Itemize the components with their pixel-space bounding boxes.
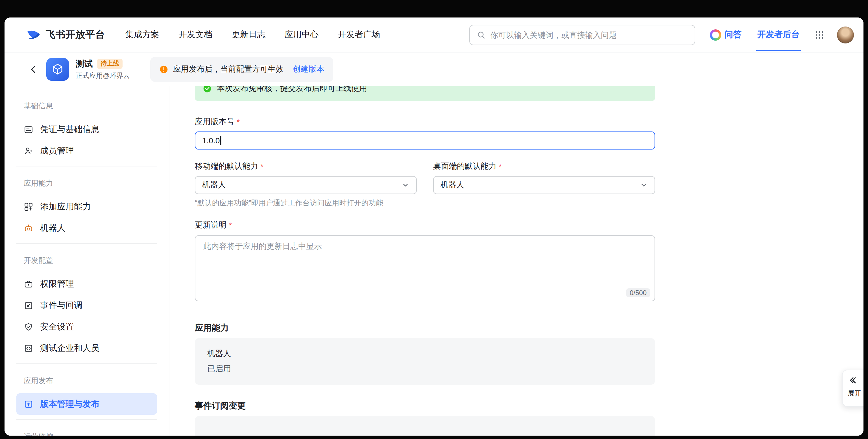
sidebar-item-label: 权限管理 — [40, 278, 74, 289]
sidebar-item-version-release[interactable]: 版本管理与发布 — [17, 393, 157, 415]
sidebar-item-label: 版本管理与发布 — [40, 399, 99, 409]
double-chevron-left-icon — [848, 376, 857, 385]
success-banner: 本次发布免审核，提交发布后即可上线使用 — [195, 86, 655, 101]
grid-icon — [814, 30, 825, 40]
status-badge: 待上线 — [97, 59, 123, 69]
desktop-capability-select[interactable]: 机器人 — [433, 176, 655, 194]
version-form: 本次发布免审核，提交发布后即可上线使用 应用版本号* 1.0.0 移动端的默认能… — [195, 86, 655, 436]
version-input-value: 1.0.0 — [202, 136, 220, 145]
required-marker: * — [237, 117, 240, 126]
brand-title: 飞书开放平台 — [46, 28, 105, 41]
sidebar-section-release: 应用发布 版本管理与发布 — [17, 363, 157, 415]
warning-icon — [159, 65, 168, 74]
sidebar-item-label: 成员管理 — [40, 145, 74, 156]
sidebar-item-label: 事件与回调 — [40, 300, 83, 311]
sidebar-item-add-capability[interactable]: 添加应用能力 — [17, 196, 157, 217]
sidebar-item-credentials[interactable]: 凭证与基础信息 — [17, 119, 157, 140]
nav-item-docs[interactable]: 开发文档 — [179, 29, 212, 40]
qa-entry[interactable]: 问答 — [710, 29, 742, 40]
security-shield-icon — [24, 322, 33, 332]
expand-panel-toggle[interactable]: 展开 — [842, 370, 864, 407]
nav-item-dev-plaza[interactable]: 开发者广场 — [338, 29, 380, 40]
events-panel — [195, 416, 655, 436]
sidebar-item-test-org[interactable]: 测试企业和人员 — [17, 337, 157, 359]
text-caret — [220, 136, 221, 145]
permission-icon — [24, 279, 33, 289]
sidebar-item-permissions[interactable]: 权限管理 — [17, 273, 157, 295]
chevron-down-icon — [640, 181, 648, 189]
top-header: 飞书开放平台 集成方案 开发文档 更新日志 应用中心 开发者广场 问答 — [4, 18, 864, 53]
sidebar-item-label: 机器人 — [40, 223, 65, 233]
sidebar-section-capability: 应用能力 添加应用能力 — [17, 166, 157, 239]
sidebar-section-title: 应用能力 — [17, 171, 157, 196]
sidebar-section-dev-config: 开发配置 权限管理 事件与回调 — [17, 243, 157, 359]
sidebar-item-label: 凭证与基础信息 — [40, 124, 99, 135]
changelog-label: 更新说明* — [195, 220, 655, 231]
main-content: 本次发布免审核，提交发布后即可上线使用 应用版本号* 1.0.0 移动端的默认能… — [169, 86, 864, 436]
sidebar-item-security[interactable]: 安全设置 — [17, 316, 157, 337]
screen: 飞书开放平台 集成方案 开发文档 更新日志 应用中心 开发者广场 问答 — [0, 0, 868, 439]
sidebar-item-events[interactable]: 事件与回调 — [17, 295, 157, 316]
app-meta: 测试 待上线 正式应用@环界云 — [76, 58, 130, 80]
add-capability-icon — [24, 202, 33, 211]
sidebar-section-title: 应用发布 — [17, 368, 157, 393]
mobile-capability-value: 机器人 — [202, 180, 226, 190]
nav-item-integration[interactable]: 集成方案 — [125, 29, 159, 40]
back-button[interactable] — [28, 64, 38, 74]
cube-icon — [51, 63, 64, 76]
capability-status: 已启用 — [207, 364, 643, 374]
tab-developer-console[interactable]: 开发者后台 — [757, 29, 800, 40]
qa-gradient-icon — [710, 29, 721, 40]
nav-item-app-center[interactable]: 应用中心 — [285, 29, 318, 40]
sidebar-item-bot[interactable]: 机器人 — [17, 217, 157, 239]
test-org-icon — [24, 343, 33, 353]
sidebar-item-members[interactable]: 成员管理 — [17, 140, 157, 161]
sidebar-section-title: 开发配置 — [17, 248, 157, 273]
events-section-title: 事件订阅变更 — [195, 401, 655, 411]
app-window: 飞书开放平台 集成方案 开发文档 更新日志 应用中心 开发者广场 问答 — [4, 18, 864, 436]
sidebar-item-label: 添加应用能力 — [40, 201, 91, 212]
desktop-capability-value: 机器人 — [440, 180, 464, 190]
sidebar-section-basic: 基础信息 凭证与基础信息 成员管 — [17, 94, 157, 161]
release-icon — [24, 399, 33, 409]
qa-label: 问答 — [724, 29, 742, 40]
mobile-capability-select[interactable]: 机器人 — [195, 176, 417, 194]
app-subtitle: 正式应用@环界云 — [76, 71, 130, 80]
app-icon — [46, 58, 69, 81]
required-marker: * — [229, 221, 232, 230]
body-row: 基础信息 凭证与基础信息 成员管 — [4, 86, 864, 436]
app-bar: 测试 待上线 正式应用@环界云 应用发布后，当前配置方可生效 创建版本 — [4, 53, 864, 86]
version-input[interactable]: 1.0.0 — [195, 132, 655, 149]
feishu-logo-icon — [26, 27, 41, 42]
capability-name: 机器人 — [207, 349, 643, 359]
robot-icon — [24, 223, 33, 233]
publish-notice: 应用发布后，当前配置方可生效 创建版本 — [150, 57, 333, 82]
chevron-down-icon — [402, 181, 409, 189]
sidebar-item-label: 安全设置 — [40, 322, 74, 332]
app-name: 测试 — [76, 58, 93, 69]
event-callback-icon — [24, 301, 33, 310]
create-version-link[interactable]: 创建版本 — [292, 64, 324, 74]
apps-grid-button[interactable] — [814, 30, 825, 40]
nav-item-changelog[interactable]: 更新日志 — [231, 29, 266, 40]
success-banner-text: 本次发布免审核，提交发布后即可上线使用 — [217, 86, 367, 94]
avatar[interactable] — [837, 26, 854, 43]
sidebar-section-title: 基础信息 — [17, 94, 157, 119]
credential-icon — [24, 125, 33, 134]
version-label: 应用版本号* — [195, 116, 655, 128]
success-check-icon — [203, 86, 212, 93]
mobile-capability-label: 移动端的默认能力* — [195, 161, 417, 172]
expand-label: 展开 — [848, 389, 861, 398]
members-icon — [24, 146, 33, 156]
brand[interactable]: 飞书开放平台 — [26, 27, 105, 42]
changelog-placeholder: 此内容将于应用的更新日志中显示 — [203, 241, 322, 250]
chevron-left-icon — [28, 64, 38, 74]
top-nav: 集成方案 开发文档 更新日志 应用中心 开发者广场 — [125, 29, 380, 40]
changelog-textarea[interactable]: 此内容将于应用的更新日志中显示 0/500 — [195, 235, 655, 301]
search-input[interactable] — [490, 30, 688, 39]
search-box[interactable] — [469, 25, 695, 45]
sidebar-section-title: 运营监控 — [17, 424, 157, 436]
header-right: 问答 开发者后台 — [710, 26, 864, 43]
required-marker: * — [499, 162, 502, 171]
sidebar-section-monitoring: 运营监控 — [17, 419, 157, 436]
